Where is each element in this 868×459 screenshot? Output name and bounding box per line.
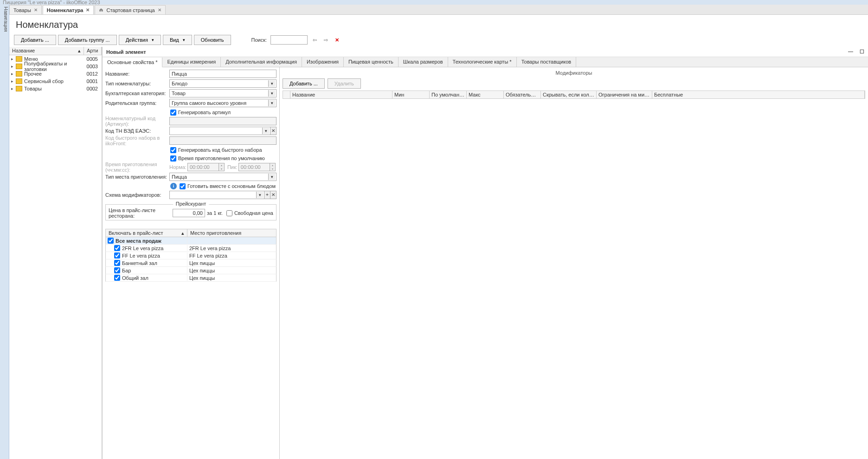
app-title-bar: Пиццерия "Le vera pizza" - iikoOffice 20… bbox=[0, 0, 868, 5]
app-title: Пиццерия "Le vera pizza" - iikoOffice 20… bbox=[3, 0, 100, 5]
